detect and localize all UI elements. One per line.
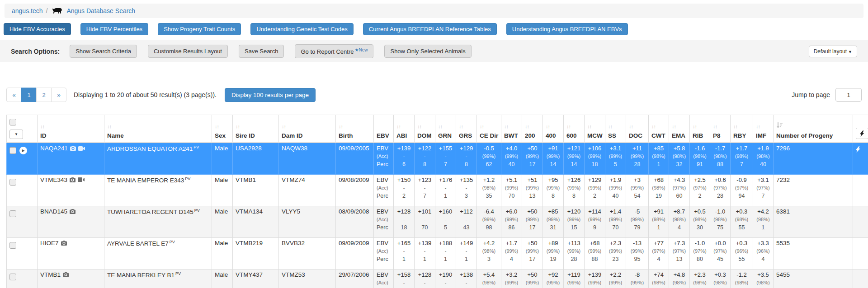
cell-bwt: +1.7(99%)4 [501, 237, 522, 269]
search-button-customise-results-layout[interactable]: Customise Results Layout [148, 45, 228, 58]
trait-ebv-value: +2.3 [608, 240, 623, 246]
column-header-grs[interactable]: ↓↑GRS [456, 115, 477, 143]
camera-icon[interactable] [61, 241, 67, 246]
trait-ebv-value: +92 [546, 271, 561, 278]
column-header-ema[interactable]: ↓↑EMA [669, 115, 690, 143]
trait-ebv-value: +121 [566, 145, 581, 152]
video-play-icon[interactable]: ▶ [19, 147, 27, 154]
column-header-ss[interactable]: ↓↑SS [605, 115, 626, 143]
column-header-id[interactable]: ↓↑ID [38, 115, 104, 143]
toolbar-button-current-angus-breedplan-reference-tables[interactable]: Current Angus BREEDPLAN Reference Tables [363, 23, 497, 35]
column-header-imf[interactable]: ↓↑IMF [753, 115, 774, 143]
cell-rby: +0.3(96%)55 [731, 237, 753, 269]
cell-ce-dir: +1.2(98%)35 [477, 174, 501, 206]
trait-accuracy: (99%) [504, 280, 519, 285]
column-header-dam-id[interactable]: ↓↑Dam ID [279, 115, 336, 143]
column-header-bwt[interactable]: ↓↑BWT [501, 115, 522, 143]
display-100-button[interactable]: Display 100 results per page [225, 88, 316, 102]
trait-percentile: 8 [546, 193, 561, 199]
toolbar-button-hide-ebv-accuracies[interactable]: Hide EBV Accuracies [4, 23, 71, 35]
column-header-name[interactable]: ↓↑Name [104, 115, 212, 143]
cell-p8: +0.0(97%)45 [710, 237, 731, 269]
trait-accuracy: (98%) [651, 185, 666, 190]
bolt-icon[interactable] [856, 146, 860, 153]
column-header-cwt[interactable]: ↓↑CWT [649, 115, 669, 143]
column-header-grn[interactable]: ↓↑GRN [435, 115, 456, 143]
page-next-button[interactable]: » [51, 88, 66, 102]
cell-select [7, 174, 38, 206]
breadcrumb-home-link[interactable]: angus.tech [12, 7, 43, 14]
genetic-status-suffix: PV [193, 145, 199, 149]
trait-accuracy: - [396, 248, 411, 254]
page-button-2[interactable]: 2 [36, 88, 52, 102]
bolt-icon[interactable] [856, 128, 868, 139]
trait-ebv-value: +120 [566, 208, 581, 215]
cell-number-of-progeny: 7232 [774, 174, 853, 206]
search-button-save-search[interactable]: Save Search [239, 45, 284, 58]
camera-icon[interactable] [70, 146, 76, 151]
toolbar-button-show-progeny-trait-counts[interactable]: Show Progeny Trait Counts [158, 23, 241, 35]
trait-ebv-value: +5.4 [480, 271, 498, 278]
column-header-ce-dir[interactable]: ↓↑CE Dir [477, 115, 501, 143]
column-header-p8[interactable]: ↓↑P8 [710, 115, 731, 143]
pager: «12» [6, 88, 66, 102]
row-checkbox[interactable] [9, 179, 16, 186]
jump-to-page-input[interactable] [835, 88, 862, 102]
cell-number-of-progeny: 5455 [774, 269, 853, 288]
trait-accuracy: (99%) [546, 185, 561, 190]
video-icon[interactable] [78, 146, 85, 151]
column-header-sire-id[interactable]: ↓↑Sire ID [233, 115, 279, 143]
row-checkbox[interactable] [9, 274, 16, 280]
video-icon[interactable] [78, 177, 85, 182]
page-prev-button[interactable]: « [6, 88, 22, 102]
page-button-1[interactable]: 1 [21, 88, 37, 102]
row-checkbox[interactable] [9, 210, 16, 217]
column-header-600[interactable]: ↓↑600 [564, 115, 585, 143]
trait-percentile: 7 [756, 193, 770, 199]
cell-birth: 09/09/2005 [336, 143, 374, 174]
cell-mcw: +106(99%)18 [585, 143, 605, 174]
toolbar-button-understanding-angus-breedplan-ebvs[interactable]: Understanding Angus BREEDPLAN EBVs [506, 23, 628, 35]
trait-ebv-value: +95 [546, 177, 561, 183]
column-header-doc[interactable]: ↓↑DOC [626, 115, 649, 143]
row-checkbox[interactable] [9, 147, 16, 154]
column-header-number-of-progeny[interactable]: Number of Progeny [774, 115, 853, 143]
cell-200: +50(99%)17 [522, 143, 543, 174]
cell-number-of-progeny: 5535 [774, 237, 853, 269]
select-all-checkbox[interactable] [9, 119, 16, 125]
column-header-rby[interactable]: ↓↑RBY [731, 115, 753, 143]
column-header-200[interactable]: ↓↑200 [522, 115, 543, 143]
trait-percentile: 28 [713, 193, 727, 199]
trait-percentile: 17 [525, 224, 540, 231]
column-header-rib[interactable]: ↓↑RIB [690, 115, 710, 143]
column-header-mcw[interactable]: ↓↑MCW [585, 115, 605, 143]
layout-selector[interactable]: Default layout▼ [809, 46, 857, 57]
search-button-show-only-selected-animals[interactable]: Show Only Selected Animals [384, 45, 471, 58]
column-header-sex[interactable]: ↓↑Sex [212, 115, 233, 143]
sort-icon: ↓↑ [525, 124, 540, 129]
camera-icon[interactable] [70, 177, 75, 182]
trait-accuracy: - [417, 217, 432, 222]
column-label: 400 [546, 132, 561, 139]
camera-icon[interactable] [63, 272, 69, 277]
row-checkbox[interactable] [9, 242, 16, 249]
toolbar-button-hide-ebv-percentiles[interactable]: Hide EBV Percentiles [80, 23, 148, 35]
search-button-show-search-criteria[interactable]: Show Search Criteria [70, 45, 137, 58]
cell-grs: +129-8 [456, 143, 477, 174]
column-header-400[interactable]: ↓↑400 [543, 115, 564, 143]
column-header-birth[interactable]: ↓↑Birth [336, 115, 374, 143]
camera-icon[interactable] [70, 209, 75, 214]
column-header-dom[interactable]: ↓↑DOM [415, 115, 435, 143]
cell-rib: -1.6(98%)91 [690, 143, 710, 174]
ebv-row-label: Perc [377, 193, 391, 199]
column-header-abi[interactable]: ↓↑ABI [394, 115, 415, 143]
trait-ebv-value: +149 [459, 240, 474, 246]
select-menu-button[interactable]: ▼ [9, 130, 23, 139]
toolbar-button-understanding-genetic-test-codes[interactable]: Understanding Genetic Test Codes [250, 23, 353, 35]
breadcrumb-page-link[interactable]: Angus Database Search [66, 7, 135, 14]
trait-ebv-value: +7.3 [672, 240, 687, 246]
column-label: ABI [396, 132, 411, 139]
table-row: VTME343TE MANIA EMPEROR E343PVMaleVTMB1V… [7, 174, 868, 206]
search-button-go-to-report-centre[interactable]: Go to Report Centre★New [295, 44, 373, 58]
trait-accuracy: (98%) [733, 280, 750, 285]
